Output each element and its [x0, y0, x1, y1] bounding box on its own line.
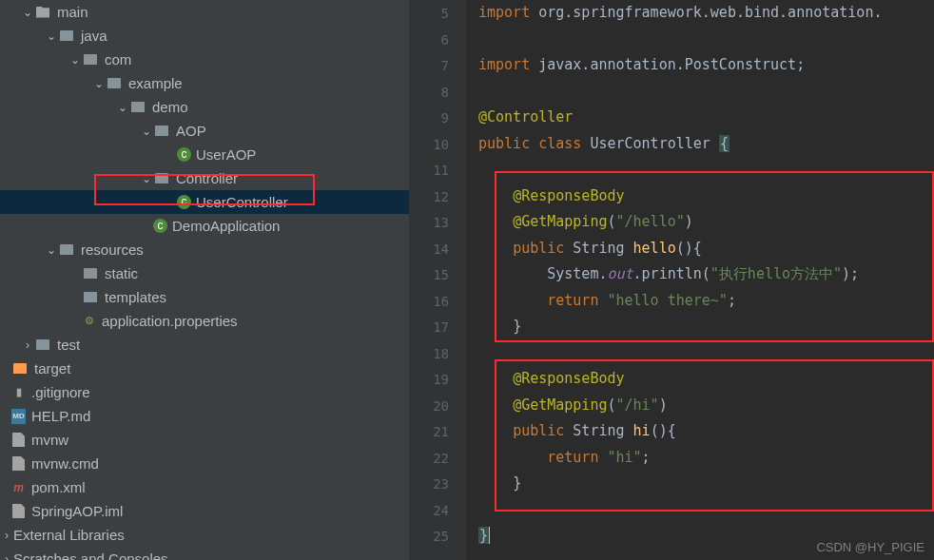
tree-item-pom[interactable]: mpom.xml [0, 475, 409, 499]
chevron-down-icon[interactable]: ⌄ [45, 243, 58, 257]
chevron-down-icon[interactable]: ⌄ [140, 172, 153, 185]
line-gutter: 5678910111213141516171819202122232425 [409, 0, 466, 560]
tree-item-mvnwcmd[interactable]: mvnw.cmd [0, 452, 409, 475]
tree-item-demo[interactable]: ⌄demo [0, 95, 409, 119]
tree-item-main[interactable]: ⌄main [0, 0, 409, 24]
tree-item-scratches[interactable]: ›Scratches and Consoles [0, 547, 409, 560]
chevron-down-icon[interactable]: ⌄ [140, 125, 153, 138]
code-editor[interactable]: 5678910111213141516171819202122232425 im… [409, 0, 934, 560]
class-icon: c [153, 219, 167, 233]
iml-icon [11, 504, 26, 519]
chevron-right-icon[interactable]: › [0, 552, 13, 561]
class-icon: c [177, 195, 191, 209]
chevron-down-icon[interactable]: ⌄ [45, 29, 58, 43]
package-icon [106, 75, 123, 92]
tree-item-target[interactable]: target [0, 357, 409, 380]
tree-item-static[interactable]: static [0, 261, 409, 285]
folder-icon [58, 241, 75, 259]
code-content[interactable]: import org.springframework.web.bind.anno… [466, 0, 934, 560]
project-tree[interactable]: ⌄main ⌄java ⌄com ⌄example ⌄demo ⌄AOP cUs… [0, 0, 409, 560]
tree-item-gitignore[interactable]: ▮.gitignore [0, 380, 409, 404]
tree-item-mvnw[interactable]: mvnw [0, 428, 409, 452]
chevron-down-icon[interactable]: ⌄ [21, 6, 34, 19]
file-icon [11, 433, 26, 448]
file-icon: ▮ [11, 385, 26, 400]
chevron-down-icon[interactable]: ⌄ [68, 53, 82, 67]
markdown-icon: MD [11, 409, 26, 424]
file-icon [11, 456, 26, 472]
tree-item-help[interactable]: MDHELP.md [0, 404, 409, 428]
maven-icon: m [11, 480, 26, 495]
folder-icon [58, 28, 75, 45]
package-icon [153, 170, 170, 187]
chevron-right-icon[interactable]: › [0, 529, 13, 542]
tree-item-controller[interactable]: ⌄Controller [0, 166, 409, 190]
package-icon [153, 123, 170, 140]
properties-icon: ⚙ [82, 314, 96, 329]
folder-icon [82, 289, 99, 306]
folder-icon [11, 360, 29, 377]
tree-item-example[interactable]: ⌄example [0, 71, 409, 95]
tree-item-resources[interactable]: ⌄resources [0, 238, 409, 261]
folder-icon [82, 265, 99, 282]
package-icon [129, 99, 146, 116]
chevron-right-icon[interactable]: › [21, 338, 34, 352]
tree-item-java[interactable]: ⌄java [0, 24, 409, 48]
chevron-down-icon[interactable]: ⌄ [92, 77, 106, 90]
tree-item-aop[interactable]: ⌄AOP [0, 119, 409, 143]
tree-item-demoapp[interactable]: cDemoApplication [0, 214, 409, 238]
tree-item-useraop[interactable]: cUserAOP [0, 143, 409, 166]
folder-icon [34, 337, 51, 354]
package-icon [82, 51, 99, 68]
tree-item-templates[interactable]: templates [0, 285, 409, 309]
class-icon: c [177, 147, 191, 162]
tree-item-test[interactable]: ›test [0, 333, 409, 357]
watermark: CSDN @HY_PIGIE [816, 540, 924, 554]
tree-item-com[interactable]: ⌄com [0, 48, 409, 71]
tree-item-usercontroller[interactable]: cUserController [0, 190, 409, 214]
folder-icon [34, 4, 51, 21]
tree-item-appprops[interactable]: ⚙application.properties [0, 309, 409, 333]
chevron-down-icon[interactable]: ⌄ [116, 101, 129, 114]
tree-item-extlib[interactable]: ›External Libraries [0, 523, 409, 547]
tree-item-springaop[interactable]: SpringAOP.iml [0, 499, 409, 523]
